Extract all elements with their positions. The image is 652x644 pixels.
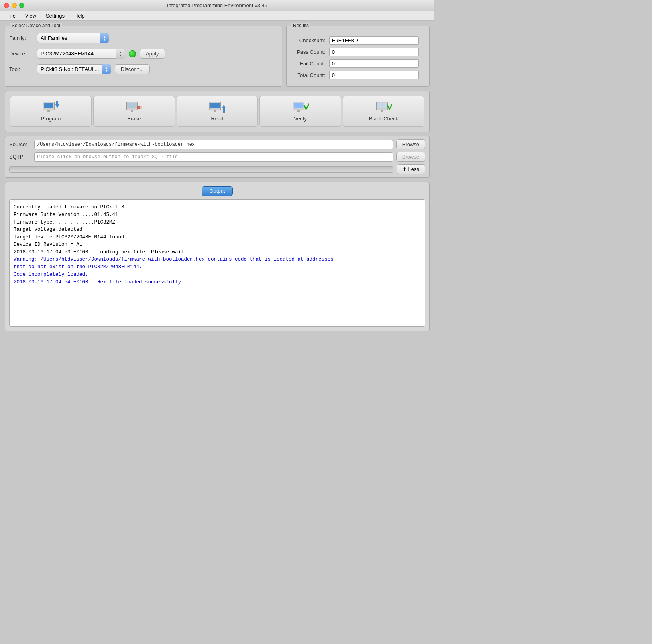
program-label: Program <box>41 116 61 122</box>
pass-count-value: 0 <box>329 48 419 56</box>
output-line: Currently loaded firmware on PICkit 3 <box>14 204 421 211</box>
device-row: Device: PIC32MZ2048EFM144 Apply <box>9 49 278 59</box>
verify-label: Verify <box>294 116 307 122</box>
program-icon <box>42 101 59 113</box>
source-browse-button[interactable]: Browse <box>396 139 425 149</box>
family-dropdown[interactable]: All Families <box>37 33 109 43</box>
select-device-title: Select Device and Tool <box>10 23 62 28</box>
tool-select-wrap: PICkit3 S.No : DEFAUL... <box>37 64 111 74</box>
output-text-area[interactable]: Currently loaded firmware on PICkit 3Fir… <box>9 199 425 327</box>
traffic-lights <box>4 3 24 8</box>
output-line: Target device PIC32MZ2048EFM144 found. <box>14 234 421 241</box>
blank-check-icon <box>375 101 392 113</box>
pass-count-label: Pass Count: <box>297 49 325 55</box>
main-content: Select Device and Tool Family: All Famil… <box>0 21 434 336</box>
minimize-button[interactable] <box>12 3 17 8</box>
erase-icon <box>126 101 142 113</box>
svg-rect-16 <box>212 112 218 112</box>
total-count-value: 0 <box>329 71 419 79</box>
erase-button[interactable]: Erase <box>93 96 175 127</box>
svg-rect-25 <box>381 110 383 112</box>
progress-row: ⬆ Less <box>9 164 425 174</box>
less-button[interactable]: ⬆ Less <box>397 164 425 174</box>
action-panel: Program Erase <box>5 91 430 132</box>
source-panel: Source: Browse SQTP: Browse ⬆ Less <box>5 136 430 178</box>
close-button[interactable] <box>4 3 9 8</box>
tool-controls: PICkit3 S.No : DEFAUL... Disconn... <box>37 64 150 74</box>
device-select-wrap: PIC32MZ2048EFM144 <box>37 49 125 59</box>
output-line: 2018-03-16 17:04:54 +0100 – Hex file loa… <box>14 279 421 286</box>
results-grid: Checksum: E9E1FFBD Pass Count: 0 Fail Co… <box>291 33 425 82</box>
device-controls: PIC32MZ2048EFM144 Apply <box>37 49 165 59</box>
output-line: Target voltage detected <box>14 226 421 234</box>
program-button[interactable]: Program <box>10 96 92 127</box>
svg-rect-24 <box>377 103 387 108</box>
family-row: Family: All Families <box>9 33 278 43</box>
window-title: Integrated Programming Environment v3.45 <box>167 2 267 8</box>
svg-rect-26 <box>379 112 385 112</box>
svg-rect-15 <box>214 110 216 112</box>
read-label: Read <box>211 116 223 122</box>
tool-label: Tool: <box>9 66 37 72</box>
menu-settings[interactable]: Settings <box>42 12 69 20</box>
output-line: Code incompletely loaded. <box>14 271 421 279</box>
action-buttons: Program Erase <box>10 96 424 127</box>
family-label: Family: <box>9 35 37 41</box>
device-label: Device: <box>9 51 37 57</box>
svg-rect-21 <box>297 110 300 112</box>
verify-icon <box>292 101 309 113</box>
connection-status-dot <box>129 50 136 57</box>
svg-rect-3 <box>45 112 52 112</box>
sqtp-row: SQTP: Browse <box>9 152 425 162</box>
tool-row: Tool: PICkit3 S.No : DEFAUL... Disconn..… <box>9 64 278 74</box>
sqtp-input[interactable] <box>34 152 393 162</box>
svg-rect-22 <box>295 112 302 112</box>
family-select-wrap: All Families <box>37 33 109 43</box>
blank-check-label: Blank Check <box>369 116 398 122</box>
svg-rect-1 <box>44 103 53 108</box>
sqtp-browse-button[interactable]: Browse <box>396 152 425 162</box>
output-line: Warning: /Users/htdvisser/Downloads/firm… <box>14 256 421 263</box>
source-input[interactable] <box>34 140 393 149</box>
apply-button[interactable]: Apply <box>140 49 165 59</box>
verify-button[interactable]: Verify <box>259 96 341 127</box>
checksum-label: Checksum: <box>297 37 325 43</box>
sqtp-label: SQTP: <box>9 154 31 160</box>
results-title: Results <box>291 23 310 28</box>
svg-rect-5 <box>56 101 58 105</box>
output-line: Device ID Revision = A1 <box>14 241 421 249</box>
svg-rect-14 <box>210 103 220 108</box>
read-icon <box>209 101 226 113</box>
svg-rect-9 <box>129 112 135 112</box>
title-bar: Integrated Programming Environment v3.45 <box>0 0 434 11</box>
disconnect-button[interactable]: Disconn... <box>115 64 150 74</box>
svg-rect-7 <box>127 103 137 108</box>
output-panel: Output Currently loaded firmware on PICk… <box>5 182 430 331</box>
device-dropdown[interactable]: PIC32MZ2048EFM144 <box>37 49 125 59</box>
erase-label: Erase <box>127 116 141 122</box>
maximize-button[interactable] <box>19 3 24 8</box>
menu-view[interactable]: View <box>21 12 40 20</box>
output-line: Firmware type..............PIC32MZ <box>14 219 421 226</box>
menu-help[interactable]: Help <box>70 12 89 20</box>
output-line: that do not exist on the PIC32MZ2048EFM1… <box>14 263 421 271</box>
output-line: 2018-03-16 17:04:53 +0100 – Loading hex … <box>14 249 421 256</box>
top-row: Select Device and Tool Family: All Famil… <box>5 26 430 87</box>
read-button[interactable]: Read <box>177 96 258 127</box>
menu-file[interactable]: File <box>3 12 20 20</box>
svg-rect-11 <box>140 106 142 109</box>
blank-check-button[interactable]: Blank Check <box>343 96 424 127</box>
source-label: Source: <box>9 141 31 147</box>
tool-dropdown[interactable]: PICkit3 S.No : DEFAUL... <box>37 64 111 74</box>
source-row: Source: Browse <box>9 139 425 149</box>
svg-rect-18 <box>223 108 225 113</box>
progress-bar-container <box>9 166 393 173</box>
select-device-panel: Select Device and Tool Family: All Famil… <box>5 26 282 87</box>
output-title-wrap: Output <box>9 186 425 196</box>
output-title: Output <box>202 186 232 196</box>
output-line: Firmware Suite Version.....01.45.41 <box>14 211 421 219</box>
results-panel: Results Checksum: E9E1FFBD Pass Count: 0… <box>286 26 430 87</box>
menu-bar: File View Settings Help <box>0 11 434 21</box>
svg-rect-20 <box>294 103 303 108</box>
checksum-value: E9E1FFBD <box>329 36 419 45</box>
